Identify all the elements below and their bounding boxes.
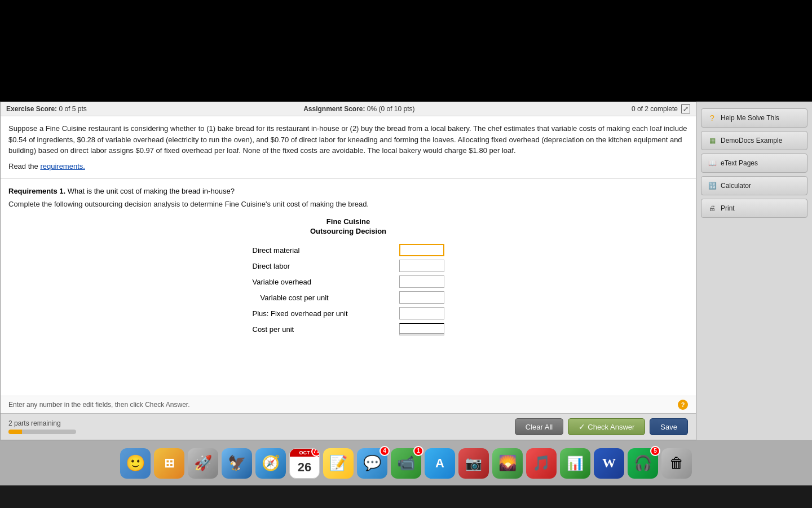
dock-icon-safari[interactable]: 🧭 (255, 448, 286, 479)
save-button[interactable]: Save (650, 418, 688, 435)
print-button[interactable]: 🖨 Print (701, 199, 807, 218)
progress-fill (8, 430, 22, 434)
complete-status: 0 of 2 complete ⤢ (632, 104, 690, 113)
row-label-3: Variable cost per unit (249, 290, 396, 305)
progress-bar (8, 430, 76, 434)
exercise-area: Exercise Score: 0 of 5 pts Assignment Sc… (0, 102, 696, 440)
cost-per-unit-input[interactable] (399, 323, 444, 335)
row-label-1: Direct labor (249, 258, 396, 274)
dock-icon-appstore[interactable]: A (425, 448, 455, 479)
calculator-button[interactable]: 🔢 Calculator (701, 176, 807, 195)
calculator-icon: 🔢 (707, 181, 717, 191)
status-bar: Enter any number in the edit fields, the… (1, 396, 696, 413)
row-input-4[interactable] (396, 305, 448, 321)
dock-icon-facetime[interactable]: 📹 1 (391, 448, 421, 479)
demo-docs-icon: ▦ (707, 135, 717, 146)
status-text: Enter any number in the edit fields, the… (8, 401, 190, 409)
row-input-3[interactable] (396, 290, 448, 305)
dock-icon-mosaic[interactable]: ⊞ (154, 448, 184, 479)
dock: 🙂 ⊞ 🚀 🦅 🧭 OCT 26 71 📝 💬 4 📹 1 A 📷 (0, 440, 812, 485)
expand-icon[interactable]: ⤢ (681, 104, 690, 113)
row-label-0: Direct material (249, 242, 396, 258)
row-label-2: Variable overhead (249, 274, 396, 290)
requirements-area: Requirements 1. What is the unit cost of… (1, 179, 696, 396)
right-sidebar: ? Help Me Solve This ▦ DemoDocs Example … (696, 102, 812, 440)
row-label-5: Cost per unit (249, 321, 396, 337)
help-circle-icon[interactable]: ? (678, 400, 688, 410)
action-buttons: Clear All ✓ Check Answer Save (515, 418, 688, 435)
table-row: Variable cost per unit (249, 290, 448, 305)
row-input-5[interactable] (396, 321, 448, 337)
check-icon: ✓ (579, 422, 585, 431)
table-row: Variable overhead (249, 274, 448, 290)
parts-remaining: 2 parts remaining (8, 419, 76, 434)
row-input-2[interactable] (396, 274, 448, 290)
row-input-0[interactable] (396, 242, 448, 258)
table-row: Plus: Fixed overhead per unit (249, 305, 448, 321)
dock-icon-photos2[interactable]: 📷 (458, 448, 489, 479)
check-answer-button[interactable]: ✓ Check Answer (568, 418, 645, 435)
action-bar: 2 parts remaining Clear All ✓ Check Answ… (1, 413, 696, 440)
variable-overhead-input[interactable] (399, 275, 444, 288)
spotify-badge: 5 (650, 446, 660, 456)
facetime-badge: 1 (413, 446, 423, 456)
dock-icon-messages[interactable]: 💬 4 (357, 448, 387, 479)
dock-icon-iphoto[interactable]: 🌄 (492, 448, 523, 479)
score-bar: Exercise Score: 0 of 5 pts Assignment Sc… (1, 102, 696, 116)
calendar-badge: 71 (311, 448, 320, 457)
dock-icon-music[interactable]: 🎵 (526, 448, 557, 479)
fixed-overhead-per-unit-input[interactable] (399, 307, 444, 319)
dock-icon-finder[interactable]: 🙂 (120, 448, 151, 479)
dock-icon-stocks[interactable]: 📊 (560, 448, 590, 479)
dock-icon-notes[interactable]: 📝 (323, 448, 354, 479)
assignment-score: Assignment Score: 0% (0 of 10 pts) (303, 105, 414, 113)
exercise-score: Exercise Score: 0 of 5 pts (6, 105, 87, 113)
dock-icon-word[interactable]: W (594, 448, 624, 479)
help-me-solve-button[interactable]: ? Help Me Solve This (701, 108, 807, 128)
etext-icon: 📖 (707, 158, 717, 168)
demo-docs-button[interactable]: ▦ DemoDocs Example (701, 131, 807, 150)
table-subtitle: Outsourcing Decision (310, 227, 386, 235)
table-row: Direct material (249, 242, 448, 258)
help-icon: ? (707, 113, 717, 123)
problem-text: Suppose a Fine Cuisine restaurant is con… (1, 116, 696, 179)
table-row: Direct labor (249, 258, 448, 274)
etext-pages-button[interactable]: 📖 eText Pages (701, 154, 807, 173)
table-title: Fine Cuisine (326, 217, 370, 226)
dock-icon-mail[interactable]: 🦅 (222, 448, 252, 479)
outsourcing-table: Direct material Direct labor (249, 242, 448, 337)
main-content-row: Exercise Score: 0 of 5 pts Assignment Sc… (0, 102, 812, 440)
dock-icon-trash[interactable]: 🗑 (661, 448, 692, 479)
row-input-1[interactable] (396, 258, 448, 274)
clear-all-button[interactable]: Clear All (515, 418, 563, 435)
top-black-bar (0, 0, 812, 102)
table-row: Cost per unit (249, 321, 448, 337)
requirements-link[interactable]: requirements. (40, 162, 85, 170)
dock-icon-rocket[interactable]: 🚀 (188, 448, 218, 479)
direct-material-input[interactable] (399, 244, 444, 256)
variable-cost-per-unit-input[interactable] (399, 291, 444, 304)
dock-icon-calendar[interactable]: OCT 26 71 (289, 448, 320, 479)
direct-labor-input[interactable] (399, 260, 444, 272)
dock-icon-spotify[interactable]: 🎧 5 (628, 448, 658, 479)
messages-badge: 4 (379, 446, 390, 456)
table-container: Fine Cuisine Outsourcing Decision Direct… (8, 217, 688, 337)
row-label-4: Plus: Fixed overhead per unit (249, 305, 396, 321)
print-icon: 🖨 (707, 203, 717, 213)
